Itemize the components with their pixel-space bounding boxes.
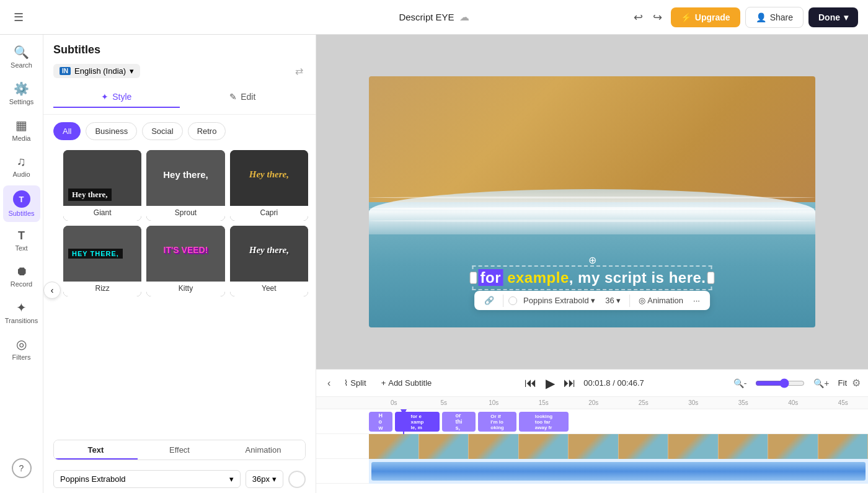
thumb-7	[668, 434, 719, 459]
filter-icon[interactable]: ⇄	[293, 63, 306, 79]
sidebar-item-audio[interactable]: ♫ Audio	[3, 149, 40, 183]
filter-tab-all[interactable]: All	[53, 122, 81, 140]
redo-button[interactable]: ↪	[649, 7, 666, 28]
upgrade-button[interactable]: ⚡ Upgrade	[671, 7, 740, 27]
fit-button[interactable]: Fit	[838, 378, 847, 388]
filter-tab-business[interactable]: Business	[86, 122, 137, 140]
template-kitty[interactable]: IT'S VEED! Kitty	[146, 226, 224, 296]
help-button[interactable]: ?	[12, 458, 32, 478]
chevron-down-icon: ▾	[272, 474, 277, 484]
clip-orthis[interactable]: orthis,	[442, 412, 476, 432]
resize-handle-right[interactable]	[707, 272, 715, 284]
thumb-3	[469, 434, 519, 459]
thumb-10	[818, 434, 869, 459]
subtitle-word-for: for	[479, 269, 503, 286]
size-selector[interactable]: 36px ▾	[246, 470, 283, 488]
video-track-label	[316, 434, 369, 459]
sub-tabs: Text Effect Animation	[53, 440, 306, 460]
sidebar-item-media[interactable]: ▦ Media	[3, 113, 40, 147]
thumb-6	[619, 434, 669, 459]
timeline-ruler: 0s 5s 10s 15s 20s 25s 30s 35s 40s 45s	[316, 397, 868, 409]
clip-forexample[interactable]: for example, m	[395, 412, 440, 432]
zoom-slider[interactable]	[755, 378, 805, 388]
fast-forward-button[interactable]: ⏭	[561, 373, 578, 393]
sidebar-item-search[interactable]: 🔍 Search	[3, 40, 40, 74]
font-size-selector[interactable]: 36 ▾	[601, 293, 624, 308]
sidebar-item-text[interactable]: T Text	[3, 224, 40, 257]
ruler-mark-10s: 10s	[469, 399, 519, 406]
template-rizz-label: Rizz	[63, 282, 141, 296]
undo-button[interactable]: ↩	[630, 7, 647, 28]
sidebar-item-transitions[interactable]: ✦ Transitions	[3, 295, 40, 329]
sub-tab-text[interactable]: Text	[54, 440, 138, 460]
ruler-mark-30s: 30s	[668, 399, 719, 406]
language-name: English (India)	[74, 66, 126, 76]
filter-tab-social[interactable]: Social	[142, 122, 182, 140]
transitions-icon: ✦	[16, 300, 27, 315]
template-giant[interactable]: Hey there, Giant	[63, 150, 141, 221]
thumb-9	[768, 434, 818, 459]
clip-lookingtoo[interactable]: lookingtoo faraway fr	[519, 412, 569, 432]
playhead[interactable]	[403, 409, 404, 434]
subtitle-word-example: example	[507, 269, 569, 286]
zoom-in-button[interactable]: 🔍+	[810, 375, 833, 392]
template-capri[interactable]: Hey there, Capri	[230, 150, 308, 221]
edit-icon: ✎	[229, 92, 237, 102]
record-icon: ⏺	[16, 264, 28, 278]
sub-tab-effect[interactable]: Effect	[138, 440, 221, 460]
animation-button[interactable]: ◎ Animation	[635, 293, 687, 308]
subtitle-overlay[interactable]: ⊕ for example, my script is here.	[472, 265, 712, 290]
language-selector[interactable]: IN English (India) ▾	[53, 64, 140, 78]
video-frame: ⊕ for example, my script is here. 🔗 Popp…	[369, 76, 815, 327]
sidebar-item-filters[interactable]: ◎ Filters	[3, 332, 40, 366]
rewind-button[interactable]: ⏮	[522, 373, 539, 393]
tab-style[interactable]: ✦ Style	[53, 87, 180, 108]
sidebar-item-subtitles[interactable]: T Subtitles	[3, 185, 40, 222]
menu-icon[interactable]: ☰	[10, 7, 27, 28]
thumb-1	[369, 434, 419, 459]
clip-oriflooking[interactable]: Or ifI'm looking	[478, 412, 516, 432]
zoom-out-button[interactable]: 🔍-	[730, 375, 751, 392]
share-button[interactable]: 👤 Share	[745, 7, 804, 28]
current-time: 00:01.8 / 00:46.7	[583, 378, 644, 388]
resize-handle-left[interactable]	[470, 272, 477, 284]
template-sprout[interactable]: Hey there, Sprout	[146, 150, 224, 221]
cloud-sync-icon: ☁	[459, 11, 469, 23]
link-icon-button[interactable]: 🔗	[480, 293, 498, 308]
style-icon: ✦	[101, 92, 108, 102]
template-giant-label: Giant	[63, 206, 141, 221]
plus-icon: +	[381, 378, 386, 388]
play-button[interactable]: ▶	[543, 373, 557, 393]
template-yeet[interactable]: Hey there, Yeet	[230, 226, 308, 296]
template-rizz[interactable]: HEY THERE, Rizz	[63, 226, 141, 296]
move-handle[interactable]: ⊕	[588, 254, 596, 266]
font-family-selector[interactable]: Poppins Extrabold ▾	[520, 293, 599, 308]
subtitle-rest: , my script is here.	[569, 269, 706, 286]
ruler-mark-25s: 25s	[619, 399, 669, 406]
video-preview: ⊕ for example, my script is here. 🔗 Popp…	[316, 35, 868, 369]
split-button[interactable]: ⌇ Split	[339, 376, 371, 390]
thumb-4	[519, 434, 569, 459]
done-button[interactable]: Done ▾	[808, 7, 858, 27]
timeline-back-button[interactable]: ‹	[324, 374, 334, 393]
subtitles-circle-icon: T	[13, 190, 30, 208]
chevron-down-icon: ▾	[229, 474, 234, 484]
template-capri-label: Capri	[230, 206, 308, 221]
more-options-button[interactable]: ···	[689, 293, 704, 308]
sidebar-item-record[interactable]: ⏺ Record	[3, 259, 40, 293]
subtitle-track-label	[316, 409, 369, 434]
clip-how[interactable]: How	[369, 412, 392, 432]
tab-edit[interactable]: ✎ Edit	[180, 87, 306, 108]
font-selector[interactable]: Poppins Extrabold ▾	[53, 470, 241, 488]
back-arrow-button[interactable]: ‹	[43, 282, 61, 299]
audio-waveform-track	[369, 459, 868, 484]
timeline-settings-icon[interactable]: ⚙	[852, 377, 861, 389]
subtitle-track: How for example, m orthis, Or ifI'm look…	[369, 409, 868, 434]
waveform	[371, 462, 866, 481]
filter-tab-retro[interactable]: Retro	[188, 122, 226, 140]
panel-title: Subtitles	[53, 43, 306, 56]
color-picker[interactable]	[288, 471, 306, 488]
sidebar-item-settings[interactable]: ⚙️ Settings	[3, 76, 40, 110]
add-subtitle-button[interactable]: + Add Subtitle	[376, 376, 437, 390]
sub-tab-animation[interactable]: Animation	[221, 440, 305, 460]
